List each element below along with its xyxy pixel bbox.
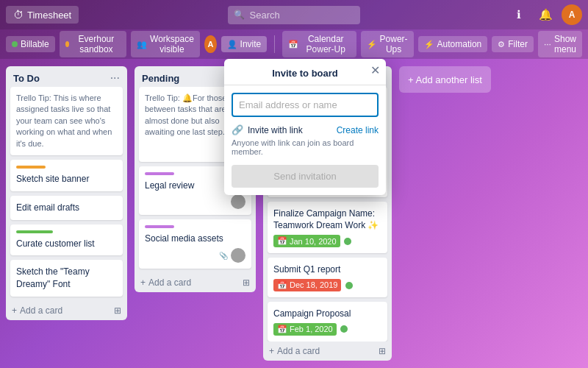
- everhour-button[interactable]: Everhour sandbox: [60, 31, 126, 57]
- todo-list-menu[interactable]: ···: [110, 72, 120, 84]
- calendar-icon: 📅: [288, 40, 298, 49]
- todo-add-card-label: Add a card: [20, 305, 62, 316]
- everhour-label: Everhour sandbox: [72, 34, 121, 54]
- invite-link-left: 🔗 Invite with link: [232, 124, 303, 135]
- pending-list-title: Pending: [142, 73, 179, 84]
- powerups-icon: ⚡: [367, 40, 377, 49]
- invite-email-input[interactable]: [232, 93, 379, 117]
- billable-button[interactable]: Billable: [6, 36, 55, 52]
- billable-label: Billable: [21, 39, 49, 49]
- table-row[interactable]: Trello Tip: This is where assigned tasks…: [10, 87, 123, 155]
- filter-button[interactable]: ⚙ Filter: [492, 36, 534, 52]
- invite-icon: 👤: [227, 40, 237, 49]
- add-card-template-icon: ⊞: [243, 277, 250, 288]
- show-menu-icon: ···: [544, 39, 551, 49]
- top-bar-left: ⏱ Timesheet: [6, 6, 79, 24]
- workspace-icon: 👥: [137, 40, 147, 49]
- top-bar-search-area: 🔍: [83, 6, 504, 24]
- todo-add-card-button[interactable]: + Add a card ⊞: [6, 301, 127, 320]
- table-row[interactable]: Social media assets 📎: [139, 219, 251, 269]
- powerups-button[interactable]: ⚡ Power-Ups: [361, 31, 414, 57]
- automation-button[interactable]: ⚡ Automation: [418, 36, 488, 52]
- timesheet-button[interactable]: ⏱ Timesheet: [6, 6, 79, 24]
- add-icon: +: [269, 346, 274, 356]
- todo-list-cards: Trello Tip: This is where assigned tasks…: [6, 87, 127, 301]
- table-row[interactable]: Campaign Proposal 📅 Feb 1, 2020: [268, 302, 387, 342]
- card-label: [145, 172, 174, 175]
- card-label: [16, 166, 46, 169]
- workspace-label: Workspace visible: [150, 34, 194, 54]
- status-dot: [345, 282, 353, 289]
- date-badge: 📅 Dec 18, 2019: [273, 279, 341, 291]
- invite-modal: Invite to board ✕ 🔗 Invite with link Cre…: [224, 59, 386, 195]
- calendar-icon: 📅: [277, 236, 287, 246]
- calendar-icon: 📅: [277, 280, 287, 290]
- card-text: Curate customer list: [16, 238, 117, 250]
- status-dot: [344, 238, 351, 245]
- modal-close-button[interactable]: ✕: [370, 65, 380, 77]
- calendar-button[interactable]: 📅 Calendar Power-Up: [282, 31, 356, 57]
- invite-modal-overlay: Invite to board ✕ 🔗 Invite with link Cre…: [224, 59, 386, 195]
- card-text: Finalize Campaign Name: Teamwork Dream W…: [273, 208, 381, 233]
- avatar[interactable]: A: [562, 4, 582, 25]
- table-row[interactable]: Sketch the "Teamy Dreamy" Font: [10, 260, 123, 297]
- filter-label: Filter: [508, 39, 528, 49]
- automation-icon: ⚡: [424, 40, 434, 49]
- automation-label: Automation: [437, 39, 482, 49]
- pending-add-card-button[interactable]: + Add a card ⊞: [135, 273, 256, 292]
- card-text: Sketch the "Teamy Dreamy" Font: [16, 266, 117, 291]
- card-text: Trello Tip: This is where assigned tasks…: [16, 93, 117, 149]
- powerups-label: Power-Ups: [380, 34, 408, 54]
- timesheet-label: Timesheet: [27, 10, 71, 21]
- notification-button[interactable]: 🔔: [535, 4, 556, 25]
- info-button[interactable]: ℹ: [509, 4, 529, 25]
- add-icon: +: [12, 305, 17, 316]
- second-bar-right: ⚙ Filter ··· Show menu: [492, 31, 582, 57]
- user-avatar-small: A: [204, 35, 216, 53]
- show-menu-label: Show menu: [554, 34, 576, 54]
- invite-label: Invite: [240, 39, 262, 49]
- attachment-icon: 📎: [219, 252, 228, 260]
- everhour-dot: [65, 41, 69, 47]
- add-another-list-button[interactable]: + Add another list: [399, 66, 491, 93]
- card-text: Social media assets: [145, 233, 245, 245]
- link-icon: 🔗: [232, 124, 243, 135]
- invite-link-hint: Anyone with link can join as board membe…: [232, 138, 379, 156]
- modal-body: 🔗 Invite with link Create link Anyone wi…: [224, 85, 386, 195]
- show-menu-button[interactable]: ··· Show menu: [538, 31, 582, 57]
- table-row[interactable]: Edit email drafts: [10, 196, 123, 220]
- send-invite-button[interactable]: Send invitation: [232, 165, 379, 188]
- add-card-template-icon: ⊞: [379, 346, 386, 356]
- workspace-button[interactable]: 👥 Workspace visible: [131, 31, 200, 57]
- table-row[interactable]: Sketch site banner: [10, 160, 123, 191]
- invite-button[interactable]: 👤 Invite: [221, 36, 268, 52]
- status-dot: [340, 325, 348, 333]
- invite-link-row: 🔗 Invite with link Create link: [232, 124, 379, 135]
- billable-dot: [12, 41, 18, 47]
- card-text: Edit email drafts: [16, 202, 117, 214]
- search-icon: 🔍: [234, 10, 245, 20]
- card-text: Sketch site banner: [16, 173, 117, 185]
- card-text: Campaign Proposal: [273, 308, 381, 320]
- table-row[interactable]: Finalize Campaign Name: Teamwork Dream W…: [268, 202, 387, 254]
- top-bar: ⏱ Timesheet 🔍 ℹ 🔔 A: [0, 0, 588, 29]
- add-icon: +: [140, 277, 146, 288]
- todo-list-title: To Do: [13, 73, 40, 84]
- search-input[interactable]: [228, 6, 360, 24]
- done-add-card-button[interactable]: + Add a card ⊞: [263, 342, 392, 361]
- search-wrapper: 🔍: [228, 6, 360, 24]
- pending-add-card-label: Add a card: [148, 277, 191, 288]
- calendar-label: Calendar Power-Up: [301, 34, 351, 54]
- table-row[interactable]: Curate customer list: [10, 224, 123, 256]
- todo-list-header: To Do ···: [6, 66, 127, 87]
- add-another-list-label: + Add another list: [408, 74, 482, 85]
- divider-1: [274, 35, 275, 53]
- done-add-card-label: Add a card: [277, 346, 320, 356]
- todo-list: To Do ··· Trello Tip: This is where assi…: [6, 66, 127, 320]
- avatar: [231, 248, 245, 263]
- filter-icon: ⚙: [498, 40, 505, 49]
- avatar: [231, 194, 245, 209]
- top-bar-right: ℹ 🔔 A: [509, 4, 582, 25]
- create-link-button[interactable]: Create link: [337, 125, 379, 135]
- table-row[interactable]: Submit Q1 report 📅 Dec 18, 2019: [268, 258, 387, 297]
